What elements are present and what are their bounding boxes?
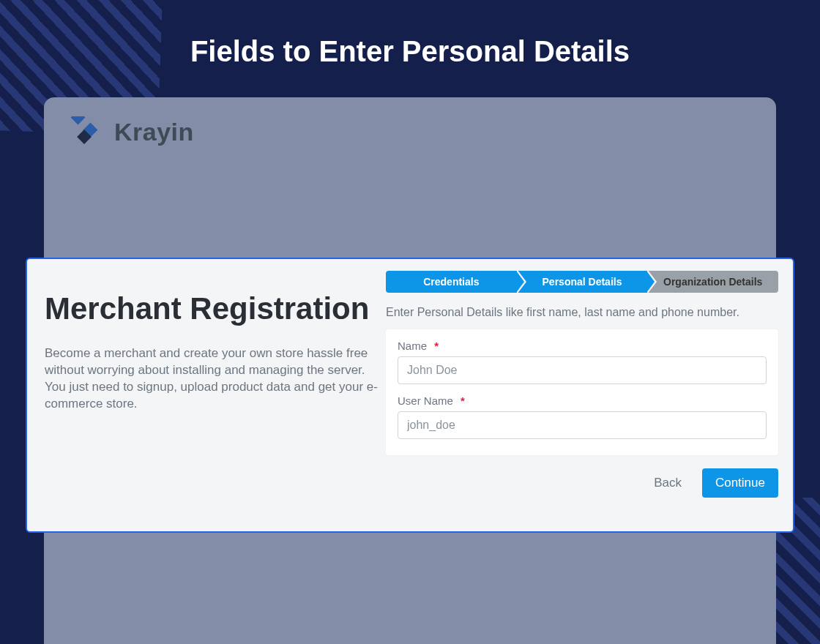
label-text: User Name: [398, 394, 453, 407]
stepper: Credentials Personal Details Organizatio…: [386, 271, 778, 293]
form-card: Name * User Name *: [386, 329, 778, 455]
page-title: Fields to Enter Personal Details: [0, 35, 820, 68]
continue-button[interactable]: Continue: [702, 468, 778, 498]
step-arrow-icon: [516, 271, 524, 293]
label-text: Name: [398, 340, 427, 352]
step-organization-details[interactable]: Organization Details: [647, 271, 778, 293]
step-label: Organization Details: [663, 276, 762, 288]
brand-name: Krayin: [114, 118, 194, 146]
step-credentials[interactable]: Credentials: [386, 271, 517, 293]
step-label: Personal Details: [543, 276, 622, 288]
modal-actions: Back Continue: [386, 468, 778, 498]
field-user-name: User Name *: [398, 394, 767, 439]
step-personal-details[interactable]: Personal Details: [517, 271, 648, 293]
svg-rect-0: [71, 116, 86, 124]
modal-description: Become a merchant and create your own st…: [45, 345, 379, 413]
brand: Krayin: [64, 116, 194, 147]
field-label-user-name: User Name *: [398, 394, 465, 407]
user-name-input[interactable]: [398, 411, 767, 439]
step-arrow-icon: [646, 271, 655, 293]
krayin-logo-icon: [64, 116, 104, 147]
modal-left-panel: Merchant Registration Become a merchant …: [42, 269, 386, 518]
back-button[interactable]: Back: [649, 470, 686, 496]
required-marker: *: [461, 394, 465, 407]
modal-right-panel: Credentials Personal Details Organizatio…: [386, 269, 778, 518]
field-label-name: Name *: [398, 340, 439, 352]
form-instructions: Enter Personal Details like first name, …: [386, 306, 778, 319]
required-marker: *: [434, 340, 439, 352]
step-label: Credentials: [423, 276, 479, 288]
modal-heading: Merchant Registration: [45, 291, 379, 326]
name-input[interactable]: [398, 356, 767, 384]
registration-modal: Merchant Registration Become a merchant …: [26, 258, 794, 533]
field-name: Name *: [398, 340, 767, 384]
